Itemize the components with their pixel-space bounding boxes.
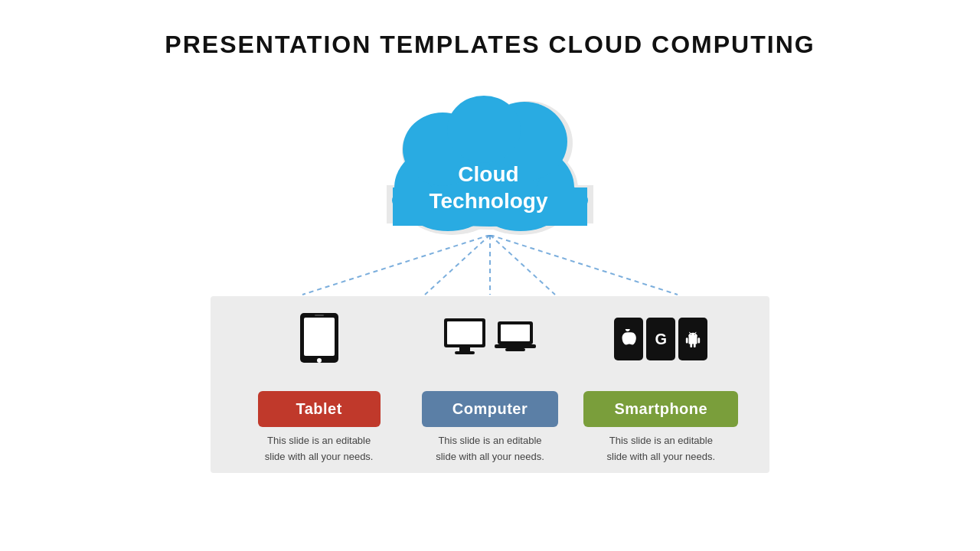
tablet-label-button[interactable]: Tablet [258, 391, 381, 427]
svg-rect-31 [495, 344, 536, 348]
desktop-icon [441, 315, 488, 363]
computer-label-button[interactable]: Computer [422, 391, 558, 427]
svg-line-16 [302, 235, 490, 295]
svg-rect-24 [315, 315, 324, 316]
phone-apple-icon [614, 318, 643, 360]
svg-rect-30 [501, 324, 530, 341]
tablet-description: This slide is an editable slide with all… [265, 433, 374, 465]
phone-google-icon: G [646, 318, 675, 360]
page-title: PRESENTATION TEMPLATES CLOUD COMPUTING [165, 31, 815, 59]
laptop-icon [492, 315, 539, 363]
dashed-lines [184, 235, 796, 296]
labels-row: Tablet This slide is an editable slide w… [234, 391, 746, 465]
tablet-group [234, 311, 404, 377]
phone-android-icon [678, 318, 707, 360]
tablet-icon [296, 311, 342, 367]
smartphone-description: This slide is an editable slide with all… [607, 433, 716, 465]
smartphone-group: G [576, 318, 746, 371]
tablet-label-group: Tablet This slide is an editable slide w… [234, 391, 404, 465]
svg-point-14 [447, 96, 521, 163]
svg-line-19 [490, 235, 555, 295]
svg-rect-26 [447, 321, 482, 344]
svg-line-20 [490, 235, 678, 295]
svg-rect-22 [304, 318, 335, 356]
computer-label-group: Computer This slide is an editable slide… [404, 391, 575, 465]
bottom-panel: G Tablet This slide is an editable slide… [211, 296, 769, 473]
svg-line-17 [425, 235, 490, 295]
svg-point-23 [317, 358, 322, 363]
svg-rect-28 [455, 351, 475, 354]
computer-description: This slide is an editable slide with all… [436, 433, 544, 465]
cloud-container: Cloud Technology [368, 74, 612, 235]
icons-row: G [234, 311, 746, 377]
cloud-svg: Cloud Technology [368, 74, 612, 235]
tablet-icons [296, 311, 342, 367]
cloud-text-line1: Cloud [458, 162, 518, 186]
computer-group [404, 315, 575, 373]
smartphone-label-button[interactable]: Smartphone [583, 391, 738, 427]
cloud-text-line2: Technology [429, 189, 547, 213]
computer-icons [441, 315, 539, 363]
svg-rect-32 [505, 348, 525, 351]
cloud-section: Cloud Technology [368, 74, 612, 235]
smartphone-label-group: Smartphone This slide is an editable sli… [576, 391, 746, 465]
smartphone-icons: G [614, 318, 707, 360]
